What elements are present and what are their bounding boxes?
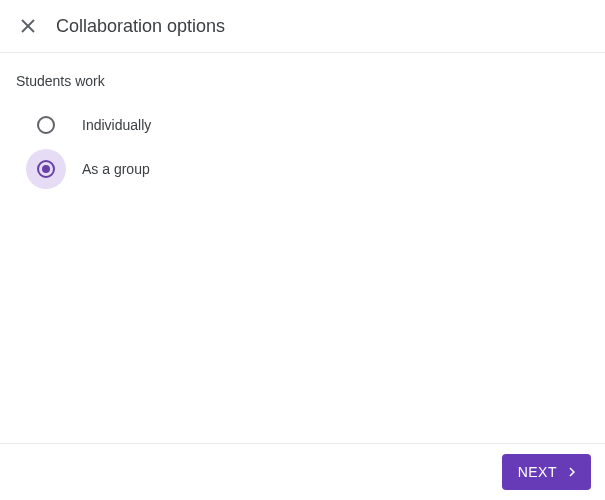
page-title: Collaboration options — [56, 16, 225, 37]
content-area: Students work Individually As a group — [0, 53, 605, 443]
dialog-header: Collaboration options — [0, 0, 605, 53]
radio-group-wrap — [26, 149, 66, 189]
option-as-a-group[interactable]: As a group — [16, 147, 589, 191]
radio-unselected-icon — [37, 116, 55, 134]
next-button-label: NEXT — [518, 464, 557, 480]
chevron-right-icon — [563, 463, 581, 481]
radio-individually-wrap — [26, 105, 66, 145]
next-button[interactable]: NEXT — [502, 454, 591, 490]
section-label-students-work: Students work — [16, 73, 589, 89]
option-as-a-group-label: As a group — [82, 161, 150, 177]
option-individually-label: Individually — [82, 117, 151, 133]
close-icon — [20, 18, 36, 34]
radio-selected-icon — [37, 160, 55, 178]
dialog-footer: NEXT — [0, 443, 605, 500]
close-button[interactable] — [16, 14, 40, 38]
option-individually[interactable]: Individually — [16, 103, 589, 147]
